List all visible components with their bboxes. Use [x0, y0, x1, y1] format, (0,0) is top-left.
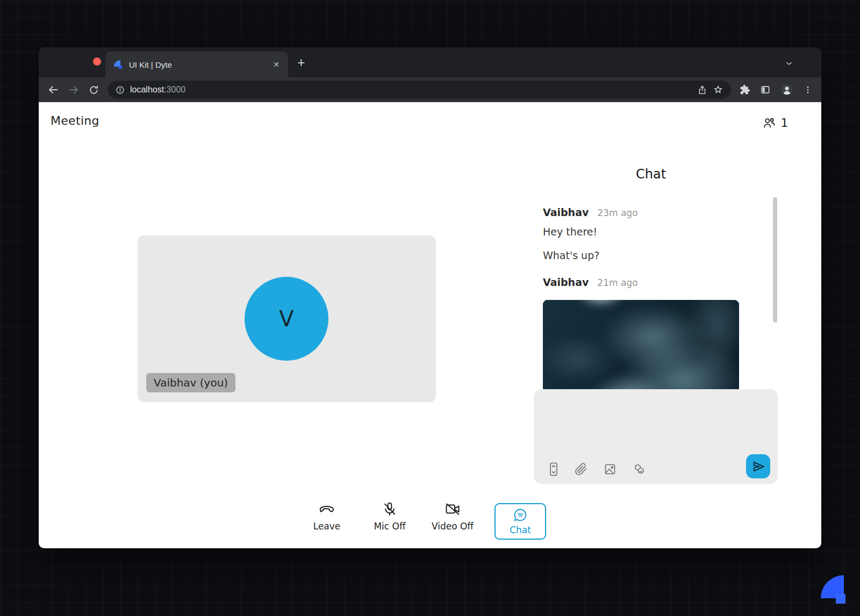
participant-count[interactable]: 1 — [762, 116, 788, 130]
leave-button[interactable]: Leave — [303, 501, 351, 532]
url-text: localhost:3000 — [130, 85, 692, 95]
bookmark-star-icon[interactable] — [713, 84, 723, 95]
page-title: Meeting — [51, 114, 99, 127]
address-bar[interactable]: localhost:3000 — [108, 81, 731, 99]
profile-avatar-icon[interactable] — [780, 83, 793, 96]
browser-tabstrip: UI Kit | Dyte ✕ + — [39, 47, 821, 77]
chat-label: Chat — [510, 525, 531, 535]
smoke-photo — [543, 300, 739, 392]
meeting-page: Meeting 1 V Vaibhav (you) Chat Vaibhav 2… — [39, 102, 821, 548]
avatar-initial: V — [279, 306, 293, 331]
message-author: Vaibhav — [543, 276, 589, 288]
chat-scrollbar[interactable] — [773, 197, 777, 323]
new-tab-button[interactable]: + — [297, 55, 305, 70]
chat-toggle-button[interactable]: Chat — [494, 503, 546, 540]
composer-actions — [549, 462, 647, 476]
chat-message-header: Vaibhav 23m ago — [543, 206, 638, 218]
unfold-icon[interactable] — [549, 462, 558, 476]
forward-icon[interactable] — [68, 84, 80, 96]
browser-window: UI Kit | Dyte ✕ + localhost:3000 — [39, 47, 821, 548]
leave-label: Leave — [313, 521, 341, 532]
attachment-icon[interactable] — [575, 463, 587, 476]
message-timestamp: 21m ago — [597, 277, 637, 288]
tab-close-icon[interactable]: ✕ — [273, 60, 280, 69]
browser-toolbar: localhost:3000 — [39, 77, 821, 102]
participant-avatar: V — [245, 277, 328, 361]
participant-count-value: 1 — [781, 117, 788, 130]
mic-off-label: Mic Off — [374, 521, 405, 532]
emoji-icon[interactable] — [633, 462, 647, 476]
close-window-button[interactable] — [93, 58, 101, 66]
image-upload-icon[interactable] — [604, 463, 617, 476]
reload-icon[interactable] — [88, 84, 99, 96]
message-author: Vaibhav — [543, 206, 589, 218]
chat-message-header: Vaibhav 21m ago — [543, 276, 638, 288]
participants-icon — [762, 116, 776, 130]
participant-tile: V Vaibhav (you) — [138, 235, 436, 402]
chat-bubble-icon — [513, 507, 528, 522]
back-icon[interactable] — [47, 84, 59, 96]
toolbar-actions — [740, 83, 813, 96]
share-icon[interactable] — [697, 85, 707, 95]
leave-call-icon — [319, 501, 335, 517]
message-timestamp: 23m ago — [597, 207, 637, 218]
extensions-puzzle-icon[interactable] — [740, 84, 750, 95]
tab-search-chevron-icon[interactable] — [785, 59, 793, 68]
video-off-icon — [445, 501, 461, 517]
chat-image-attachment[interactable] — [543, 300, 739, 392]
dyte-logo-icon — [821, 575, 845, 604]
chat-message-text: What's up? — [543, 249, 599, 261]
mic-toggle-button[interactable]: Mic Off — [366, 501, 414, 532]
chat-panel-title: Chat — [524, 167, 778, 182]
dyte-favicon-icon — [114, 60, 123, 69]
chat-message-input[interactable] — [534, 389, 778, 484]
send-message-button[interactable] — [746, 454, 770, 478]
chat-message-text: Hey there! — [543, 226, 597, 238]
browser-tab[interactable]: UI Kit | Dyte ✕ — [105, 52, 288, 77]
tab-title: UI Kit | Dyte — [129, 60, 267, 69]
side-panel-icon[interactable] — [760, 84, 771, 95]
video-off-label: Video Off — [432, 521, 474, 532]
video-toggle-button[interactable]: Video Off — [428, 501, 477, 532]
participant-name-tag: Vaibhav (you) — [146, 373, 235, 392]
menu-kebab-icon[interactable] — [803, 85, 813, 95]
mic-off-icon — [382, 501, 398, 517]
site-info-icon[interactable] — [116, 85, 125, 95]
